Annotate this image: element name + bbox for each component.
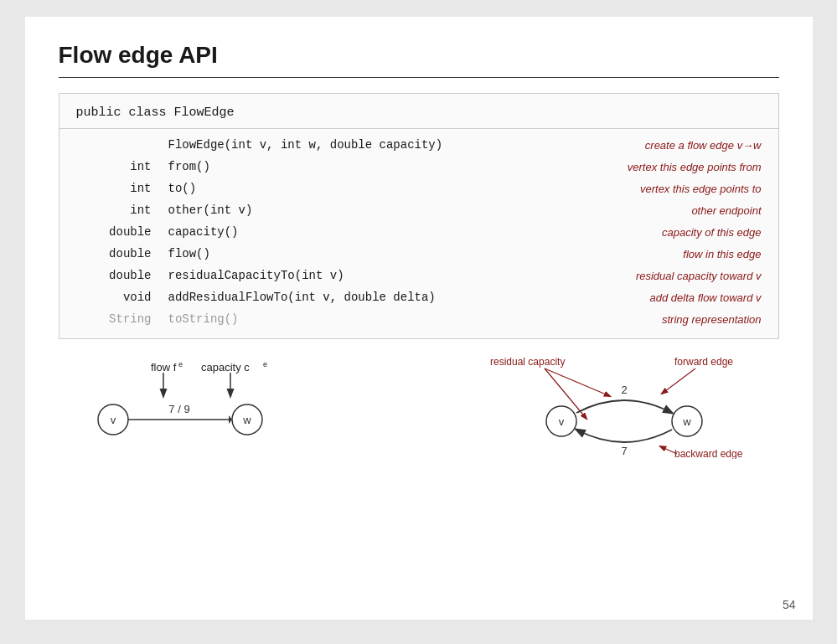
table-row: int to() vertex this edge points to [59,178,778,199]
api-method: from() [160,156,560,178]
backward-edge [576,430,672,442]
api-desc: vertex this edge points from [560,156,778,178]
api-method: addResidualFlowTo(int v, double delta) [160,286,560,308]
forward-arrow [662,368,695,394]
api-type: int [59,156,160,178]
api-table: FlowEdge(int v, int w, double capacity) … [59,134,778,330]
api-method: other(int v) [160,199,560,221]
w-label: w [682,415,691,428]
diagrams-area: flow f e capacity c e v [59,354,779,459]
api-method: capacity() [160,221,560,243]
residual-label: residual capacity [490,356,565,368]
api-type: String [59,308,160,330]
diagram-left-svg: flow f e capacity c e v [67,354,302,455]
api-method: flow() [160,243,560,265]
residual-arrow1 [545,368,610,396]
diagram-right-svg: residual capacity forward edge v w [486,350,771,459]
api-method: residualCapacityTo(int v) [160,265,560,286]
v-label: v [558,415,564,428]
edge-arrow [229,415,232,424]
table-row: int other(int v) other endpoint [59,199,778,221]
capacity-sub: e [263,360,267,368]
slide: Flow edge API public class FlowEdge Flow… [25,17,813,620]
table-row: double capacity() capacity of this edge [59,221,778,243]
flow-label: flow f [151,361,177,374]
api-box: public class FlowEdge FlowEdge(int v, in… [59,93,779,339]
flow-ratio: 7 / 9 [168,403,189,415]
api-type [59,134,160,156]
api-desc: flow in this edge [560,243,778,265]
v-label: v [110,414,116,426]
api-desc: vertex this edge points to [560,178,778,199]
label-7: 7 [621,445,627,457]
api-type: double [59,243,160,265]
w-label: w [242,414,251,426]
page-number: 54 [783,598,796,611]
table-row: String toString() string representation [59,308,778,330]
api-desc: add delta flow toward v [560,286,778,308]
label-2: 2 [621,384,627,396]
api-desc: residual capacity toward v [560,265,778,286]
api-type: int [59,199,160,221]
api-type: double [59,265,160,286]
diagram-left: flow f e capacity c e v [67,354,302,455]
forward-edge [576,400,672,413]
forward-label: forward edge [674,356,733,368]
backward-label: backward edge [674,448,743,459]
table-row: double flow() flow in this edge [59,243,778,265]
table-row: double residualCapacityTo(int v) residua… [59,265,778,286]
api-method: FlowEdge(int v, int w, double capacity) [160,134,560,156]
table-row: void addResidualFlowTo(int v, double del… [59,286,778,308]
capacity-label: capacity c [201,361,250,374]
title-divider [59,77,779,78]
api-desc: capacity of this edge [560,221,778,243]
api-method: toString() [160,308,560,330]
table-row: int from() vertex this edge points from [59,156,778,178]
page-title: Flow edge API [59,42,779,69]
api-desc: create a flow edge v→w [560,134,778,156]
diagram-right: residual capacity forward edge v w [486,350,771,459]
api-type: int [59,178,160,199]
api-method: to() [160,178,560,199]
api-desc: other endpoint [560,199,778,221]
api-type: double [59,221,160,243]
api-desc: string representation [560,308,778,330]
api-class-header: public class FlowEdge [59,106,778,129]
api-type: void [59,286,160,308]
flow-sub: e [178,360,183,368]
table-row: FlowEdge(int v, int w, double capacity) … [59,134,778,156]
